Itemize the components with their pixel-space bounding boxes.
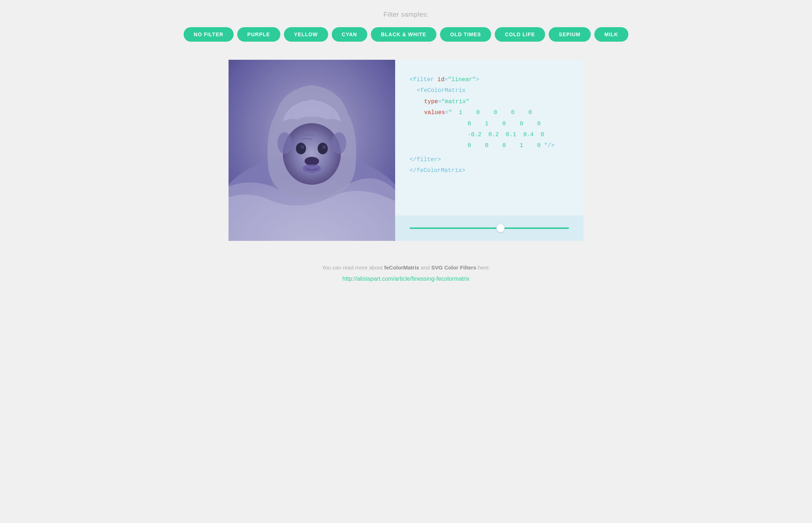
filter-btn-no-filter[interactable]: NO FILTER: [184, 27, 234, 42]
filter-btn-sepium[interactable]: SEPIUM: [549, 27, 591, 42]
footer-bold2: SVG Color Filters: [431, 264, 476, 271]
bracket: <: [410, 76, 413, 83]
code-line-3: type="matrix": [410, 96, 569, 107]
code-line-7: 0 0 0 1 0 "/>: [410, 140, 569, 151]
matrix-row-4: 0 0 0 1 0: [468, 142, 541, 149]
main-area: <filter id="linear"> <feColorMatrix type…: [229, 60, 583, 241]
tag-fecolormatrix-close: feColorMatrix: [417, 167, 462, 174]
filter-buttons-container: NO FILTER PURPLE YELLOW CYAN BLACK & WHI…: [184, 27, 628, 42]
matrix-row-2: 0 1 0 0 0: [468, 121, 541, 127]
filter-btn-old-times[interactable]: OLD TIMES: [440, 27, 491, 42]
attr-type: type: [424, 99, 438, 105]
filter-btn-milk[interactable]: MILK: [594, 27, 628, 42]
footer-text: You can read more about feColorMatrix an…: [322, 263, 490, 284]
code-line-9: </feColorMatrix>: [410, 165, 569, 176]
filter-btn-cyan[interactable]: CYAN: [332, 27, 367, 42]
code-line-2: <feColorMatrix: [410, 85, 569, 96]
dog-image-wrapper: [229, 60, 395, 241]
footer-after: here:: [476, 264, 490, 271]
filter-btn-yellow[interactable]: YELLOW: [284, 27, 328, 42]
bracket7: >: [462, 167, 465, 174]
tag-fecolormatrix: feColorMatrix: [420, 87, 466, 94]
svg-rect-11: [229, 60, 395, 241]
eq: =: [444, 76, 448, 83]
code-line-5: 0 1 0 0 0: [410, 118, 569, 129]
bracket6: </: [410, 167, 417, 174]
image-panel: [229, 60, 395, 241]
code-line-6: -0.2 0.2 0.1 0.4 0: [410, 129, 569, 140]
dog-image: [229, 60, 395, 241]
bracket4: </: [410, 156, 417, 163]
code-line-8: </filter>: [410, 154, 569, 165]
code-line-4: values=" 1 0 0 0 0: [410, 107, 569, 118]
bracket5: >: [438, 156, 441, 163]
slider-wrapper[interactable]: [410, 223, 569, 234]
code-panel: <filter id="linear"> <feColorMatrix type…: [395, 60, 583, 241]
code-block: <filter id="linear"> <feColorMatrix type…: [410, 74, 569, 216]
quote-close: ": [541, 142, 548, 149]
footer-before: You can read more about: [322, 264, 384, 271]
matrix-row-3: -0.2 0.2 0.1 0.4 0: [468, 131, 544, 138]
slider-panel: [395, 216, 583, 241]
page-title: Filter samples:: [384, 11, 429, 18]
attr-values-start: " 1 0 0 0 0: [448, 109, 532, 116]
code-line-1: <filter id="linear">: [410, 74, 569, 85]
self-close: />: [548, 142, 554, 149]
filter-btn-cold-life[interactable]: COLD LIFE: [495, 27, 545, 42]
attr-type-val: "matrix": [441, 99, 469, 105]
bracket3: <: [417, 87, 420, 94]
footer-link[interactable]: http://alistapart.com/article/finessing-…: [322, 274, 490, 284]
tag-filter-close: filter: [417, 156, 438, 163]
bracket2: >: [476, 76, 479, 83]
eq3: =: [445, 109, 449, 116]
attr-id-val: "linear": [448, 76, 476, 83]
tag-filter: filter: [413, 76, 438, 83]
filter-btn-purple[interactable]: PURPLE: [237, 27, 280, 42]
eq2: =: [438, 99, 441, 105]
filter-btn-black-white[interactable]: BLACK & WHITE: [371, 27, 436, 42]
attr-id: id: [438, 76, 444, 83]
attr-values: values: [424, 109, 445, 116]
footer-bold1: feColorMatrix: [384, 264, 419, 271]
footer-middle: and: [419, 264, 431, 271]
